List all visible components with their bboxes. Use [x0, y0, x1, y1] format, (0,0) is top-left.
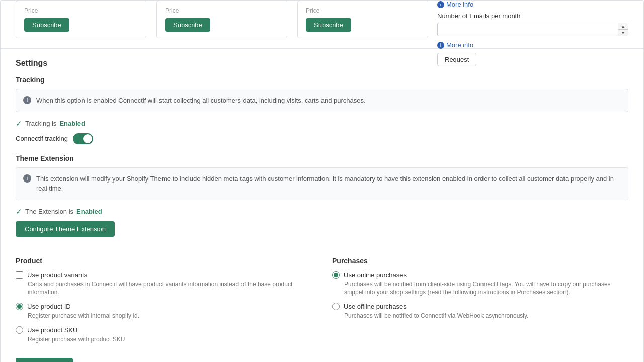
product-purchases-columns: Product Use product variants Carts and p…	[16, 257, 628, 350]
more-info-bottom-text: More info	[446, 41, 473, 49]
subscribe-button-1[interactable]: Subscribe	[24, 18, 69, 32]
tracking-check-icon: ✓	[16, 119, 22, 128]
theme-extension-info-text: This extension will modify your Shopify …	[36, 174, 621, 194]
desc-use-product-id: Register purchase with internal shopify …	[16, 312, 312, 320]
purchases-column: Purchases Use online purchases Purchases…	[332, 257, 628, 350]
option-main-online: Use online purchases	[332, 271, 628, 279]
toggle-row: Connectif tracking	[16, 133, 628, 144]
desc-use-product-sku: Register purchase with product SKU	[16, 335, 312, 344]
tracking-status-prefix: Tracking is	[25, 120, 56, 127]
desc-use-product-variants: Carts and purchases in Connectif will ha…	[16, 280, 312, 297]
more-info-bottom-link[interactable]: i More info	[437, 41, 628, 49]
option-main-offline: Use offline purchases	[332, 303, 628, 310]
tracking-info-banner: i When this option is enabled Connectif …	[16, 89, 628, 112]
toggle-knob	[83, 134, 92, 143]
option-use-product-id: Use product ID Register purchase with in…	[16, 303, 312, 320]
label-use-online-purchases: Use online purchases	[344, 271, 407, 279]
theme-extension-check-icon: ✓	[16, 207, 22, 216]
tracking-info-icon: i	[23, 96, 31, 104]
label-use-product-sku: Use product SKU	[27, 326, 77, 334]
tracking-status-value: Enabled	[59, 120, 85, 127]
subscription-card-1: Price Subscribe	[16, 1, 146, 38]
theme-extension-status-value: Enabled	[76, 208, 102, 215]
page-container: Price Subscribe Price Subscribe Price Su…	[0, 0, 644, 362]
emails-input-wrap: ▲ ▼	[437, 23, 628, 36]
save-settings-button[interactable]: Save settings	[16, 358, 73, 362]
tracking-section: Tracking i When this option is enabled C…	[16, 76, 628, 144]
subscription-area: Price Subscribe Price Subscribe Price Su…	[1, 1, 643, 48]
theme-extension-status-prefix: The Extension is	[25, 208, 73, 215]
tracking-title: Tracking	[16, 76, 628, 84]
tracking-info-text: When this option is enabled Connectif wi…	[36, 96, 366, 106]
emails-label: Number of Emails per month	[437, 12, 628, 20]
subscription-card-2: Price Subscribe	[156, 1, 287, 38]
subscription-card-3: Price Subscribe	[297, 1, 428, 38]
theme-extension-info-icon: i	[23, 174, 31, 183]
theme-extension-section: Theme Extension i This extension will mo…	[16, 154, 628, 247]
product-title: Product	[16, 257, 312, 265]
radio-use-offline-purchases[interactable]	[332, 303, 340, 310]
more-info-top-link[interactable]: i More info	[437, 1, 628, 8]
radio-use-online-purchases[interactable]	[332, 271, 340, 279]
settings-section: Settings Tracking i When this option is …	[1, 49, 643, 362]
radio-use-product-sku[interactable]	[16, 326, 23, 334]
radio-use-product-id[interactable]	[16, 303, 23, 310]
subscribe-button-2[interactable]: Subscribe	[165, 18, 210, 32]
option-use-product-sku: Use product SKU Register purchase with p…	[16, 326, 312, 344]
spin-buttons: ▲ ▼	[618, 23, 628, 36]
option-main-variants: Use product variants	[16, 271, 312, 279]
option-use-product-variants: Use product variants Carts and purchases…	[16, 271, 312, 297]
spin-down-button[interactable]: ▼	[618, 30, 628, 36]
theme-extension-info-banner: i This extension will modify your Shopif…	[16, 167, 628, 200]
price-label-2: Price	[165, 7, 279, 14]
request-button[interactable]: Request	[437, 53, 476, 66]
price-label-3: Price	[306, 7, 420, 14]
right-panel: i More info Number of Emails per month ▲…	[437, 1, 628, 66]
price-label-1: Price	[24, 7, 138, 14]
checkbox-use-product-variants[interactable]	[16, 271, 23, 279]
tracking-toggle[interactable]	[73, 133, 93, 144]
more-info-top-text: More info	[446, 1, 473, 8]
option-main-product-id: Use product ID	[16, 303, 312, 310]
theme-extension-title: Theme Extension	[16, 154, 628, 162]
theme-extension-status-row: ✓ The Extension is Enabled	[16, 207, 628, 216]
option-use-online-purchases: Use online purchases Purchases will be n…	[332, 271, 628, 297]
subscribe-button-3[interactable]: Subscribe	[306, 18, 351, 32]
label-use-product-id: Use product ID	[27, 303, 71, 310]
option-main-product-sku: Use product SKU	[16, 326, 312, 334]
product-column: Product Use product variants Carts and p…	[16, 257, 312, 350]
label-use-offline-purchases: Use offline purchases	[344, 303, 407, 310]
spin-up-button[interactable]: ▲	[618, 23, 628, 30]
option-use-offline-purchases: Use offline purchases Purchases will be …	[332, 303, 628, 320]
emails-input[interactable]	[437, 23, 628, 36]
tracking-status-row: ✓ Tracking is Enabled	[16, 119, 628, 128]
desc-use-online-purchases: Purchases will be notified from client-s…	[332, 280, 628, 297]
info-circle-bottom-icon: i	[437, 42, 444, 49]
configure-theme-extension-button[interactable]: Configure Theme Extension	[16, 221, 115, 237]
info-circle-top-icon: i	[437, 1, 444, 8]
purchases-title: Purchases	[332, 257, 628, 265]
toggle-label: Connectif tracking	[16, 135, 68, 142]
desc-use-offline-purchases: Purchases will be notified to Connectif …	[332, 312, 628, 320]
label-use-product-variants: Use product variants	[27, 271, 87, 279]
